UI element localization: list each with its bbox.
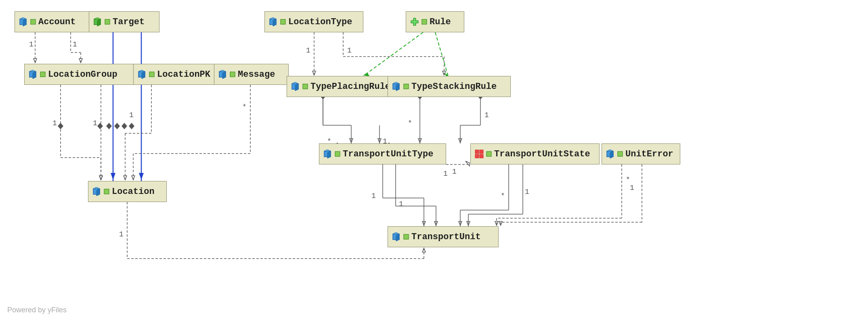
svg-text:1: 1 [93, 119, 97, 127]
svg-line-69 [363, 32, 423, 76]
svg-rect-128 [149, 72, 154, 77]
svg-rect-159 [480, 150, 483, 154]
node-uniterror-label: UnitError [625, 149, 673, 159]
small-sq-icon14 [403, 234, 409, 240]
small-sq-icon3 [40, 72, 46, 77]
blue-cube-icon6 [269, 17, 278, 26]
watermark: Powered by yFiles [7, 306, 67, 314]
svg-rect-162 [486, 152, 491, 156]
svg-text:1: 1 [52, 119, 57, 127]
svg-text:1: 1 [73, 40, 77, 48]
node-transportunitstate: TransportUnitState [470, 143, 600, 164]
svg-rect-136 [104, 189, 109, 194]
node-typestackingrule: TypeStackingRule [388, 76, 511, 97]
svg-rect-158 [475, 150, 479, 154]
svg-text:1: 1 [119, 230, 124, 238]
svg-marker-151 [393, 82, 399, 84]
svg-rect-120 [105, 19, 110, 24]
green-cross-icon [410, 17, 419, 26]
svg-marker-134 [93, 187, 100, 189]
node-typestackingrule-label: TypeStackingRule [411, 82, 497, 92]
svg-text:*: * [626, 176, 630, 184]
red-grid-icon [475, 149, 484, 158]
small-sq-icon5 [230, 72, 235, 77]
svg-rect-153 [404, 84, 409, 89]
svg-rect-145 [422, 19, 427, 24]
node-transportunit-label: TransportUnit [411, 232, 481, 242]
watermark-text: Powered by yFiles [7, 306, 67, 314]
svg-marker-126 [138, 70, 145, 72]
svg-marker-114 [20, 17, 26, 19]
small-sq-icon9 [302, 84, 308, 89]
node-locationtype: LocationType [264, 11, 363, 32]
small-sq-icon13 [617, 151, 623, 157]
svg-marker-122 [29, 70, 36, 72]
svg-text:1: 1 [347, 46, 352, 55]
svg-marker-22 [106, 123, 112, 129]
blue-cube-icon9 [323, 149, 332, 158]
node-target-label: Target [113, 17, 145, 27]
svg-marker-118 [94, 17, 101, 19]
node-typeplacingrule: TypePlacingRule [287, 76, 402, 97]
blue-cube-icon3 [138, 70, 147, 79]
node-location-label: Location [112, 187, 155, 197]
svg-rect-161 [480, 154, 483, 158]
node-rule-label: Rule [430, 17, 451, 27]
node-locationtype-label: LocationType [288, 17, 352, 27]
small-sq-icon2 [105, 19, 110, 25]
node-account: Account [15, 11, 95, 32]
node-target: Target [89, 11, 159, 32]
svg-line-71 [435, 32, 448, 76]
svg-text:1: 1 [129, 111, 134, 119]
svg-rect-124 [40, 72, 45, 77]
small-sq-icon [30, 19, 36, 25]
svg-text:1: 1 [371, 192, 376, 200]
blue-cube-icon11 [392, 232, 401, 241]
svg-rect-170 [404, 234, 409, 239]
svg-rect-160 [475, 154, 479, 158]
node-message: Message [214, 64, 289, 85]
green-cube-icon [93, 17, 102, 26]
blue-cube-icon4 [218, 70, 227, 79]
svg-rect-116 [31, 19, 36, 24]
svg-marker-147 [292, 82, 298, 84]
small-sq-icon6 [104, 189, 109, 194]
node-typeplacingrule-label: TypePlacingRule [310, 82, 390, 92]
svg-rect-157 [335, 152, 340, 156]
svg-rect-144 [411, 21, 418, 23]
svg-marker-9 [111, 173, 115, 180]
node-transportunittype: TransportUnitType [319, 143, 446, 164]
svg-marker-138 [270, 17, 276, 19]
svg-text:*: * [501, 192, 505, 200]
blue-cube-icon2 [29, 70, 38, 79]
svg-marker-130 [219, 70, 226, 72]
blue-cube-icon10 [606, 149, 615, 158]
svg-text:1: 1 [525, 188, 529, 196]
node-uniterror: UnitError [602, 143, 680, 164]
svg-marker-164 [607, 149, 613, 151]
svg-text:1: 1 [452, 168, 457, 176]
node-rule: Rule [406, 11, 464, 32]
node-locationgroup: LocationGroup [24, 64, 137, 85]
small-sq-icon7 [280, 19, 286, 25]
blue-cube-icon7 [291, 82, 300, 91]
small-sq-icon12 [486, 151, 492, 157]
svg-rect-149 [303, 84, 308, 89]
svg-text:*: * [408, 119, 412, 127]
node-transportunitstate-label: TransportUnitState [494, 149, 590, 159]
svg-rect-140 [281, 19, 285, 24]
svg-text:1: 1 [443, 170, 448, 178]
blue-cube-icon [19, 17, 28, 26]
svg-marker-24 [122, 123, 127, 129]
svg-text:1: 1 [29, 40, 34, 48]
node-transportunittype-label: TransportUnitType [343, 149, 433, 159]
small-sq-icon10 [403, 84, 409, 89]
blue-cube-icon8 [392, 82, 401, 91]
svg-text:1: 1 [306, 46, 310, 55]
node-account-label: Account [38, 17, 75, 27]
node-locationgroup-label: LocationGroup [48, 69, 117, 80]
blue-cube-icon5 [92, 187, 101, 196]
diagram-container: 1 1 1 1 1 [0, 0, 868, 320]
small-sq-icon8 [421, 19, 427, 25]
svg-text:*: * [242, 103, 247, 111]
